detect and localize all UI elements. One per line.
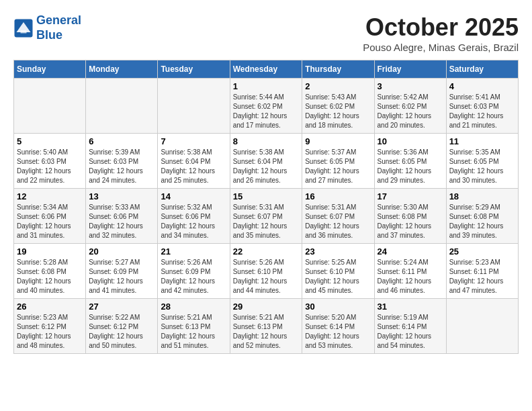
day-info: Sunrise: 5:40 AM Sunset: 6:03 PM Dayligh… [17, 148, 83, 185]
day-number: 1 [233, 81, 300, 91]
day-number: 13 [89, 191, 154, 201]
calendar-cell: 24Sunrise: 5:24 AM Sunset: 6:11 PM Dayli… [374, 244, 446, 299]
calendar-cell: 30Sunrise: 5:20 AM Sunset: 6:14 PM Dayli… [302, 299, 374, 354]
calendar-cell: 13Sunrise: 5:33 AM Sunset: 6:06 PM Dayli… [86, 189, 158, 244]
weekday-header-row: SundayMondayTuesdayWednesdayThursdayFrid… [14, 60, 519, 79]
logo-line2: Blue [36, 28, 62, 42]
day-number: 15 [233, 191, 300, 201]
day-number: 17 [378, 191, 443, 201]
calendar-cell: 23Sunrise: 5:25 AM Sunset: 6:10 PM Dayli… [302, 244, 374, 299]
day-number: 30 [305, 302, 371, 312]
day-number: 27 [89, 302, 154, 312]
day-number: 20 [89, 246, 154, 257]
calendar-cell: 10Sunrise: 5:36 AM Sunset: 6:05 PM Dayli… [374, 134, 446, 189]
day-info: Sunrise: 5:24 AM Sunset: 6:11 PM Dayligh… [378, 258, 443, 295]
day-info: Sunrise: 5:22 AM Sunset: 6:12 PM Dayligh… [89, 313, 154, 351]
day-number: 26 [17, 302, 83, 312]
logo: General Blue [13, 13, 81, 42]
calendar-week-row: 5Sunrise: 5:40 AM Sunset: 6:03 PM Daylig… [14, 134, 519, 189]
day-info: Sunrise: 5:39 AM Sunset: 6:03 PM Dayligh… [89, 148, 154, 185]
calendar-cell: 18Sunrise: 5:29 AM Sunset: 6:08 PM Dayli… [446, 189, 518, 244]
day-number: 5 [17, 136, 83, 146]
calendar-cell [446, 299, 518, 354]
calendar-cell: 5Sunrise: 5:40 AM Sunset: 6:03 PM Daylig… [14, 134, 86, 189]
day-number: 6 [89, 136, 154, 146]
calendar-week-row: 19Sunrise: 5:28 AM Sunset: 6:08 PM Dayli… [14, 244, 519, 299]
title-block: October 2025 Pouso Alegre, Minas Gerais,… [363, 13, 519, 53]
day-number: 8 [233, 136, 300, 146]
day-number: 22 [233, 246, 300, 257]
calendar-cell: 3Sunrise: 5:42 AM Sunset: 6:02 PM Daylig… [374, 79, 446, 134]
calendar-cell [14, 79, 86, 134]
day-info: Sunrise: 5:27 AM Sunset: 6:09 PM Dayligh… [89, 258, 154, 295]
day-number: 25 [449, 246, 515, 257]
calendar-cell: 15Sunrise: 5:31 AM Sunset: 6:07 PM Dayli… [230, 189, 302, 244]
weekday-header: Saturday [446, 60, 518, 79]
calendar-cell: 31Sunrise: 5:19 AM Sunset: 6:14 PM Dayli… [374, 299, 446, 354]
day-info: Sunrise: 5:38 AM Sunset: 6:04 PM Dayligh… [161, 148, 226, 185]
weekday-header: Monday [86, 60, 158, 79]
weekday-header: Sunday [14, 60, 86, 79]
day-number: 23 [305, 246, 371, 257]
calendar-cell [86, 79, 158, 134]
weekday-header: Wednesday [230, 60, 302, 79]
day-info: Sunrise: 5:21 AM Sunset: 6:13 PM Dayligh… [233, 313, 300, 351]
day-info: Sunrise: 5:44 AM Sunset: 6:02 PM Dayligh… [233, 93, 300, 130]
calendar-cell: 22Sunrise: 5:26 AM Sunset: 6:10 PM Dayli… [230, 244, 302, 299]
day-number: 2 [305, 81, 371, 91]
calendar-cell: 16Sunrise: 5:31 AM Sunset: 6:07 PM Dayli… [302, 189, 374, 244]
weekday-header: Thursday [302, 60, 374, 79]
day-info: Sunrise: 5:21 AM Sunset: 6:13 PM Dayligh… [161, 313, 226, 351]
svg-rect-2 [21, 30, 27, 34]
calendar-cell: 8Sunrise: 5:38 AM Sunset: 6:04 PM Daylig… [230, 134, 302, 189]
weekday-header: Friday [374, 60, 446, 79]
day-info: Sunrise: 5:36 AM Sunset: 6:05 PM Dayligh… [378, 148, 443, 185]
calendar-cell: 29Sunrise: 5:21 AM Sunset: 6:13 PM Dayli… [230, 299, 302, 354]
calendar-cell: 12Sunrise: 5:34 AM Sunset: 6:06 PM Dayli… [14, 189, 86, 244]
day-number: 12 [17, 191, 83, 201]
day-info: Sunrise: 5:23 AM Sunset: 6:12 PM Dayligh… [17, 313, 83, 351]
day-info: Sunrise: 5:35 AM Sunset: 6:05 PM Dayligh… [449, 148, 515, 185]
day-number: 10 [378, 136, 443, 146]
day-number: 21 [161, 246, 226, 257]
day-number: 24 [378, 246, 443, 257]
calendar-week-row: 1Sunrise: 5:44 AM Sunset: 6:02 PM Daylig… [14, 79, 519, 134]
day-info: Sunrise: 5:30 AM Sunset: 6:08 PM Dayligh… [378, 203, 443, 240]
day-info: Sunrise: 5:33 AM Sunset: 6:06 PM Dayligh… [89, 203, 154, 240]
calendar-cell: 1Sunrise: 5:44 AM Sunset: 6:02 PM Daylig… [230, 79, 302, 134]
day-number: 14 [161, 191, 226, 201]
calendar-table: SundayMondayTuesdayWednesdayThursdayFrid… [13, 60, 519, 354]
calendar-cell: 28Sunrise: 5:21 AM Sunset: 6:13 PM Dayli… [158, 299, 230, 354]
calendar-cell: 21Sunrise: 5:26 AM Sunset: 6:09 PM Dayli… [158, 244, 230, 299]
calendar-cell: 20Sunrise: 5:27 AM Sunset: 6:09 PM Dayli… [86, 244, 158, 299]
month-title: October 2025 [363, 13, 519, 42]
calendar-cell [158, 79, 230, 134]
logo-text: General Blue [36, 13, 81, 42]
day-info: Sunrise: 5:25 AM Sunset: 6:10 PM Dayligh… [305, 258, 371, 295]
day-info: Sunrise: 5:26 AM Sunset: 6:10 PM Dayligh… [233, 258, 300, 295]
calendar-cell: 4Sunrise: 5:41 AM Sunset: 6:03 PM Daylig… [446, 79, 518, 134]
calendar-cell: 17Sunrise: 5:30 AM Sunset: 6:08 PM Dayli… [374, 189, 446, 244]
calendar-cell: 19Sunrise: 5:28 AM Sunset: 6:08 PM Dayli… [14, 244, 86, 299]
day-info: Sunrise: 5:23 AM Sunset: 6:11 PM Dayligh… [449, 258, 515, 295]
logo-line1: General [36, 13, 81, 27]
calendar-cell: 26Sunrise: 5:23 AM Sunset: 6:12 PM Dayli… [14, 299, 86, 354]
day-number: 28 [161, 302, 226, 312]
day-info: Sunrise: 5:31 AM Sunset: 6:07 PM Dayligh… [233, 203, 300, 240]
day-number: 4 [449, 81, 515, 91]
day-number: 9 [305, 136, 371, 146]
calendar-cell: 2Sunrise: 5:43 AM Sunset: 6:02 PM Daylig… [302, 79, 374, 134]
weekday-header: Tuesday [158, 60, 230, 79]
page-header: General Blue October 2025 Pouso Alegre, … [13, 13, 519, 53]
day-number: 19 [17, 246, 83, 257]
logo-icon [13, 18, 34, 38]
calendar-week-row: 12Sunrise: 5:34 AM Sunset: 6:06 PM Dayli… [14, 189, 519, 244]
location-subtitle: Pouso Alegre, Minas Gerais, Brazil [363, 42, 519, 53]
day-info: Sunrise: 5:38 AM Sunset: 6:04 PM Dayligh… [233, 148, 300, 185]
day-info: Sunrise: 5:20 AM Sunset: 6:14 PM Dayligh… [305, 313, 371, 351]
day-info: Sunrise: 5:19 AM Sunset: 6:14 PM Dayligh… [378, 313, 443, 351]
day-info: Sunrise: 5:28 AM Sunset: 6:08 PM Dayligh… [17, 258, 83, 295]
day-info: Sunrise: 5:41 AM Sunset: 6:03 PM Dayligh… [449, 93, 515, 130]
calendar-week-row: 26Sunrise: 5:23 AM Sunset: 6:12 PM Dayli… [14, 299, 519, 354]
calendar-cell: 11Sunrise: 5:35 AM Sunset: 6:05 PM Dayli… [446, 134, 518, 189]
